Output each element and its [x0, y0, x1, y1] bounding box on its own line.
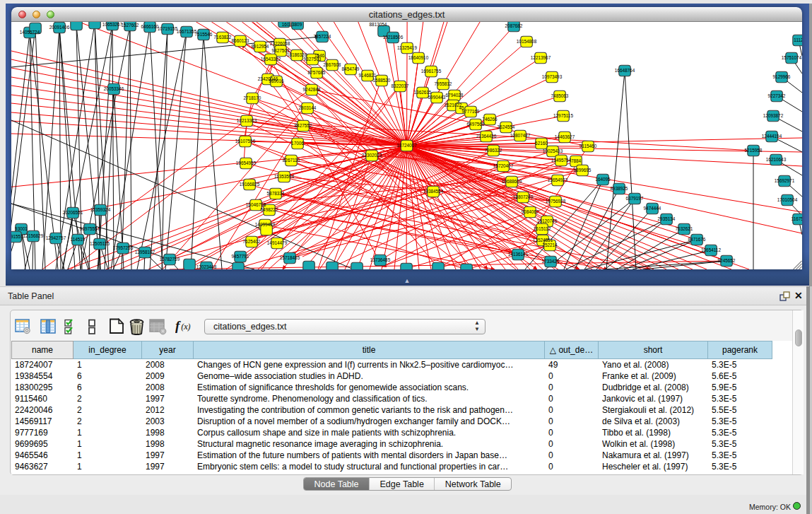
- svg-text:8938925: 8938925: [611, 186, 628, 191]
- svg-text:19166825: 19166825: [240, 182, 260, 187]
- svg-text:62160: 62160: [535, 141, 548, 146]
- svg-text:2718170: 2718170: [244, 95, 261, 100]
- svg-text:1527602: 1527602: [122, 23, 139, 28]
- svg-text:9146821: 9146821: [359, 73, 377, 78]
- svg-text:15692971: 15692971: [775, 178, 795, 183]
- svg-text:6899695: 6899695: [574, 168, 592, 173]
- svg-text:9129966: 9129966: [773, 74, 791, 79]
- svg-text:16210643: 16210643: [766, 157, 787, 162]
- svg-text:8471676: 8471676: [688, 237, 706, 242]
- svg-text:10154808: 10154808: [517, 39, 537, 44]
- svg-text:9327503: 9327503: [304, 57, 322, 62]
- svg-text:391557: 391557: [11, 234, 23, 239]
- svg-text:17006: 17006: [291, 141, 304, 146]
- svg-text:3624554: 3624554: [498, 124, 515, 129]
- svg-text:6379197: 6379197: [626, 196, 644, 201]
- svg-text:12156829: 12156829: [23, 233, 44, 238]
- svg-text:16107556: 16107556: [235, 139, 256, 144]
- svg-text:10973493: 10973493: [542, 74, 563, 79]
- svg-text:252214: 252214: [542, 243, 558, 247]
- svg-text:14099489: 14099489: [255, 222, 276, 227]
- svg-text:2087682: 2087682: [505, 23, 523, 28]
- svg-text:114519: 114519: [71, 237, 86, 242]
- svg-text:17957255: 17957255: [113, 245, 134, 250]
- svg-text:9457791: 9457791: [232, 254, 249, 259]
- svg-text:9227342: 9227342: [768, 93, 786, 98]
- svg-text:19218506: 19218506: [383, 35, 404, 40]
- svg-text:12093872: 12093872: [763, 113, 784, 118]
- svg-text:164095: 164095: [595, 177, 611, 182]
- svg-text:12444194: 12444194: [762, 134, 782, 139]
- svg-text:12213967: 12213967: [531, 55, 551, 60]
- svg-text:2803144: 2803144: [299, 105, 317, 110]
- svg-text:10719155: 10719155: [158, 26, 178, 31]
- svg-text:13495754: 13495754: [551, 158, 572, 163]
- svg-text:5215958: 5215958: [745, 148, 763, 153]
- svg-text:19384554: 19384554: [423, 189, 444, 194]
- svg-text:14463627: 14463627: [555, 134, 575, 139]
- svg-text:6497568: 6497568: [467, 122, 485, 127]
- svg-text:7515546: 7515546: [195, 32, 213, 37]
- svg-text:13524851: 13524851: [533, 238, 553, 243]
- svg-text:10807487: 10807487: [510, 133, 531, 138]
- svg-text:17010504: 17010504: [777, 197, 798, 202]
- svg-text:12213363: 12213363: [237, 118, 257, 123]
- svg-text:18640910: 18640910: [408, 55, 429, 60]
- svg-text:9242848: 9242848: [303, 87, 321, 92]
- svg-text:14055724: 14055724: [20, 30, 40, 35]
- svg-text:2935134: 2935134: [658, 216, 676, 221]
- svg-text:8757685: 8757685: [308, 70, 326, 75]
- svg-text:5498222: 5498222: [261, 207, 278, 212]
- svg-text:989016: 989016: [269, 78, 284, 83]
- svg-text:11353594: 11353594: [274, 174, 294, 179]
- svg-text:20206551: 20206551: [63, 210, 83, 215]
- svg-text:10688609: 10688609: [502, 179, 522, 184]
- svg-text:7955812: 7955812: [435, 81, 452, 86]
- svg-text:12505115: 12505115: [90, 241, 110, 246]
- svg-text:23226058: 23226058: [270, 41, 290, 46]
- svg-text:8267110: 8267110: [283, 158, 300, 163]
- svg-text:93001: 93001: [15, 226, 28, 231]
- svg-text:18724007: 18724007: [396, 143, 417, 148]
- svg-text:15751074: 15751074: [782, 55, 802, 60]
- svg-text:746266: 746266: [482, 117, 498, 122]
- svg-text:7884: 7884: [571, 158, 582, 163]
- svg-text:8322037: 8322037: [392, 83, 409, 88]
- svg-text:1112: 1112: [794, 37, 802, 42]
- svg-text:16046796: 16046796: [246, 202, 266, 207]
- svg-text:9084067: 9084067: [522, 209, 539, 214]
- svg-text:10025433: 10025433: [543, 148, 563, 153]
- svg-text:7485063: 7485063: [551, 93, 569, 98]
- svg-text:16782759: 16782759: [160, 257, 180, 262]
- svg-text:1733426: 1733426: [542, 259, 560, 264]
- svg-text:14914479: 14914479: [267, 240, 288, 245]
- svg-text:7625402: 7625402: [243, 239, 261, 244]
- svg-text:8454749: 8454749: [342, 66, 360, 71]
- svg-text:14136141: 14136141: [508, 252, 529, 257]
- svg-text:16671355: 16671355: [177, 29, 197, 34]
- svg-text:116753: 116753: [792, 216, 802, 221]
- svg-text:10756928: 10756928: [546, 199, 566, 204]
- svg-text:20053346: 20053346: [104, 86, 124, 91]
- svg-text:12975115: 12975115: [553, 113, 573, 118]
- svg-text:9245652: 9245652: [718, 258, 736, 263]
- svg-text:15718485: 15718485: [280, 255, 300, 260]
- svg-text:10653267: 10653267: [102, 22, 123, 27]
- svg-text:(x): (x): [181, 322, 191, 332]
- svg-text:18807249: 18807249: [513, 194, 534, 199]
- svg-text:9777169: 9777169: [462, 109, 480, 114]
- svg-text:9115460: 9115460: [579, 144, 597, 148]
- svg-text:16543382: 16543382: [261, 57, 281, 62]
- svg-text:13958107: 13958107: [135, 250, 155, 255]
- svg-text:6466160: 6466160: [141, 24, 159, 29]
- svg-text:10654112: 10654112: [701, 247, 721, 252]
- svg-text:2867608: 2867608: [324, 62, 341, 67]
- svg-text:16648764: 16648764: [615, 68, 635, 73]
- svg-text:7857224: 7857224: [314, 34, 331, 39]
- svg-text:21364436: 21364436: [476, 134, 497, 139]
- svg-text:5878334: 5878334: [267, 191, 285, 196]
- svg-text:15720407: 15720407: [493, 163, 514, 168]
- svg-text:12359324: 12359324: [90, 207, 111, 212]
- svg-text:16120746: 16120746: [537, 218, 558, 223]
- svg-text:93975557: 93975557: [80, 226, 100, 231]
